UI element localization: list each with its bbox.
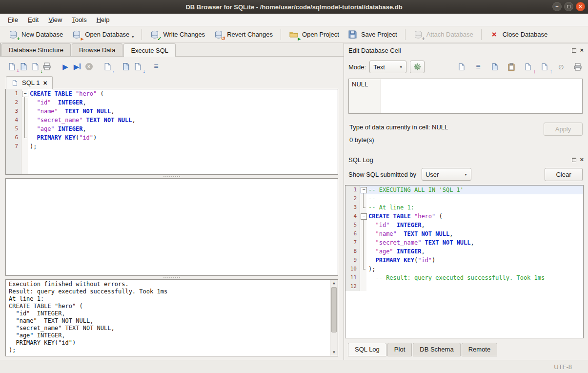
menu-edit[interactable]: Edit [23, 14, 43, 25]
mode-dropdown[interactable]: Text ▼ [369, 61, 406, 73]
tab-db-schema[interactable]: DB Schema [413, 343, 460, 356]
copy-icon[interactable] [489, 62, 501, 72]
code-line[interactable]: 8 "age" INTEGER, [345, 247, 583, 256]
fold-marker-icon[interactable] [360, 212, 366, 221]
execution-log-pane[interactable]: Execution finished without errors. Resul… [5, 279, 338, 356]
code-line[interactable]: 4CREATE TABLE "hero" ( [345, 212, 583, 221]
open-database-button[interactable]: ▸ Open Database ▾ [67, 28, 138, 41]
code-line[interactable]: 7 "secret_name" TEXT NOT NULL, [345, 238, 583, 247]
splitter-handle[interactable] [0, 276, 344, 279]
fold-margin [21, 116, 28, 124]
line-number: 2 [345, 194, 360, 203]
close-database-button[interactable]: × Close Database [485, 28, 552, 41]
line-number: 6 [345, 229, 360, 238]
menu-help[interactable]: Help [92, 14, 115, 25]
tab-database-structure[interactable]: Database Structure [1, 43, 71, 56]
tab-browse-data[interactable]: Browse Data [72, 43, 122, 56]
revert-changes-button[interactable]: ↺ Revert Changes [209, 28, 277, 41]
line-number: 6 [6, 133, 21, 142]
sql-editor[interactable]: 1CREATE TABLE "hero" (2 "id" INTEGER,3 "… [5, 89, 338, 175]
encoding-indicator[interactable]: UTF-8 [554, 363, 572, 371]
code-line[interactable]: 9 PRIMARY KEY("id") [345, 256, 583, 265]
code-text: PRIMARY KEY("id") [28, 133, 338, 142]
code-line[interactable]: 1CREATE TABLE "hero" ( [6, 89, 338, 98]
code-text: "id" INTEGER, [28, 98, 338, 107]
print-cell-icon[interactable] [572, 62, 584, 72]
open-database-dropdown-icon[interactable]: ▾ [132, 35, 134, 40]
menu-file[interactable]: File [3, 14, 23, 25]
sql-toolbar: + ↓ ▶ ▶ × → ↓ ≡ [0, 57, 344, 75]
code-line[interactable]: 12 [345, 282, 583, 291]
splitter-handle[interactable] [0, 175, 344, 178]
tab-sql-log[interactable]: SQL Log [348, 343, 386, 356]
code-line[interactable]: 3-- At line 1: [345, 203, 583, 212]
fold-marker-icon[interactable] [360, 186, 366, 194]
execute-current-line-icon[interactable]: ▶ [71, 61, 83, 72]
close-panel-icon[interactable]: × [580, 157, 584, 162]
line-number: 1 [6, 89, 21, 98]
scroll-up-icon[interactable]: ▲ [330, 280, 338, 287]
code-line[interactable]: 3 "name" TEXT NOT NULL, [6, 107, 338, 116]
code-line[interactable]: 6 PRIMARY KEY("id") [6, 133, 338, 142]
float-panel-icon[interactable] [572, 48, 576, 53]
word-wrap-icon[interactable]: ≡ [472, 62, 484, 72]
print-icon[interactable] [41, 61, 53, 72]
code-line[interactable]: 10); [345, 265, 583, 273]
code-line[interactable]: 4 "secret_name" TEXT NOT NULL, [6, 116, 338, 124]
tab-remote[interactable]: Remote [462, 343, 498, 356]
code-line[interactable]: 11 -- Result: query executed successfull… [345, 273, 583, 282]
new-database-label: New Database [21, 31, 63, 38]
close-panel-icon[interactable]: × [580, 48, 584, 53]
code-text [366, 282, 583, 291]
save-project-button[interactable]: Save Project [344, 28, 402, 41]
write-changes-button[interactable]: ✓ Write Changes [145, 28, 209, 41]
import-data-icon[interactable]: ↓ [522, 62, 534, 72]
preview-icon[interactable] [456, 62, 467, 72]
new-sql-tab-icon[interactable]: + [6, 61, 18, 72]
tab-plot[interactable]: Plot [387, 343, 412, 356]
submitter-dropdown[interactable]: User ▼ [422, 168, 471, 181]
line-number: 7 [6, 142, 21, 151]
code-line[interactable]: 2-- [345, 194, 583, 203]
scrollbar-thumb[interactable] [331, 287, 337, 332]
format-settings-button[interactable] [410, 61, 425, 73]
scroll-down-icon[interactable]: ▼ [330, 349, 338, 356]
open-sql-file-icon[interactable] [18, 61, 29, 72]
sql-tab-close-icon[interactable]: × [43, 80, 47, 86]
code-line[interactable]: 2 "id" INTEGER, [6, 98, 338, 107]
minimize-button[interactable]: − [552, 2, 562, 11]
scrollbar[interactable]: ▲ ▼ [330, 280, 338, 356]
new-database-button[interactable]: + New Database [4, 28, 67, 41]
cell-value-editor[interactable]: NULL [348, 79, 583, 114]
code-line[interactable]: 6 "name" TEXT NOT NULL, [345, 229, 583, 238]
format-sql-icon[interactable]: ≡ [150, 61, 162, 72]
tab-execute-sql[interactable]: Execute SQL [123, 43, 176, 57]
open-project-button[interactable]: ▸ Open Project [284, 28, 344, 41]
code-text: "secret_name" TEXT NOT NULL, [28, 116, 338, 124]
open-results-icon[interactable] [120, 61, 132, 72]
fold-marker-icon[interactable] [21, 89, 28, 98]
sql-tab[interactable]: SQL 1 × [6, 76, 53, 89]
save-sql-file-icon[interactable]: ↓ [29, 61, 41, 72]
clear-button[interactable]: Clear [545, 168, 583, 181]
menu-view[interactable]: View [43, 14, 67, 25]
fold-margin [360, 282, 366, 291]
code-line[interactable]: 5 "id" INTEGER, [345, 221, 583, 229]
code-line[interactable]: 5 "age" INTEGER, [6, 124, 338, 133]
fold-margin [21, 142, 28, 151]
cell-editor-toolbar: Mode: Text ▼ ≡ ↓ ↑ [348, 60, 584, 74]
sql-log-view[interactable]: 1-- EXECUTING ALL IN 'SQL 1'2--3-- At li… [345, 185, 584, 338]
maximize-icon [567, 5, 570, 8]
export-data-icon[interactable]: ↑ [539, 62, 550, 72]
code-line[interactable]: 1-- EXECUTING ALL IN 'SQL 1' [345, 186, 583, 194]
float-panel-icon[interactable] [572, 158, 576, 162]
code-line[interactable]: 7); [6, 142, 338, 151]
save-results-icon[interactable]: ↓ [132, 61, 143, 72]
close-button[interactable]: × [576, 2, 585, 11]
export-results-icon[interactable]: → [101, 61, 113, 72]
menu-tools[interactable]: Tools [67, 14, 91, 25]
execute-all-icon[interactable]: ▶ [60, 61, 71, 72]
main-toolbar: + New Database ▸ Open Database ▾ ✓ Write… [0, 26, 588, 43]
maximize-button[interactable] [564, 2, 573, 11]
paste-icon[interactable] [506, 62, 517, 72]
